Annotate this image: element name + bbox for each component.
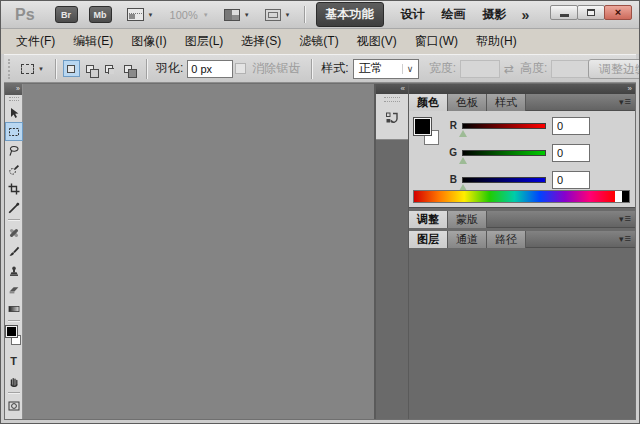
tab-channels[interactable]: 通道 — [448, 231, 487, 248]
channel-row-red: R — [409, 117, 635, 137]
tool-rectangular-marquee[interactable] — [5, 122, 23, 141]
blue-value-input[interactable] — [552, 171, 590, 189]
red-channel-slider[interactable] — [462, 123, 546, 129]
toolbox-bottom-group — [5, 390, 23, 419]
dock-collapse-button[interactable]: » — [409, 84, 635, 94]
workspace-button-painting[interactable]: 绘画 — [442, 6, 466, 23]
minimize-icon — [560, 14, 569, 17]
options-bar-grip[interactable] — [8, 59, 13, 79]
feather-input[interactable] — [187, 60, 233, 78]
layers-panel-tabbar: 图层 通道 路径 ▾≡ — [409, 231, 635, 248]
workspace-button-basic[interactable]: 基本功能 — [316, 2, 384, 27]
collapsed-panel-strip: « — [376, 84, 409, 419]
tool-preset-picker[interactable]: ▼ — [17, 62, 48, 76]
tab-swatches[interactable]: 色板 — [448, 94, 487, 111]
tool-move[interactable] — [5, 103, 23, 122]
menu-help[interactable]: 帮助(H) — [467, 29, 526, 54]
tool-gradient[interactable] — [5, 299, 23, 318]
minimize-button[interactable] — [550, 5, 578, 20]
tool-eyedropper[interactable] — [5, 198, 23, 217]
swap-dimensions-icon[interactable]: ⇄ — [504, 62, 514, 76]
tool-lasso[interactable] — [5, 141, 23, 160]
quick-mask-icon — [8, 400, 20, 412]
color-panel-menu-button[interactable]: ▾≡ — [619, 96, 631, 107]
tool-quick-mask[interactable] — [5, 396, 23, 415]
launch-mini-bridge-button[interactable]: Mb — [89, 6, 112, 23]
menu-select[interactable]: 选择(S) — [232, 29, 290, 54]
menu-filter[interactable]: 滤镜(T) — [290, 29, 347, 54]
selection-mode-subtract-button[interactable] — [101, 60, 118, 77]
menu-edit[interactable]: 编辑(E) — [64, 29, 122, 54]
tool-eraser[interactable] — [5, 280, 23, 299]
foreground-color-swatch[interactable] — [6, 326, 17, 337]
close-button[interactable]: × — [604, 5, 632, 20]
tab-paths[interactable]: 路径 — [487, 231, 526, 248]
style-select[interactable]: 正常 ∨ — [353, 59, 419, 79]
gradient-tool-icon — [8, 303, 20, 315]
tab-adjustments[interactable]: 调整 — [409, 211, 448, 228]
green-channel-slider[interactable] — [462, 150, 546, 156]
tab-styles[interactable]: 样式 — [487, 94, 526, 111]
launch-bridge-button[interactable]: Br — [55, 6, 78, 23]
strip-collapse-button[interactable]: « — [376, 84, 408, 94]
color-spectrum-ramp[interactable] — [413, 190, 630, 203]
layers-panel-menu-button[interactable]: ▾≡ — [619, 233, 631, 244]
canvas-workspace — [23, 84, 374, 419]
workspace-overflow-chevron[interactable]: » — [522, 7, 530, 23]
blue-channel-slider[interactable] — [462, 177, 546, 183]
lasso-tool-icon — [8, 145, 20, 157]
menu-file[interactable]: 文件(F) — [7, 29, 64, 54]
history-panel-button[interactable] — [379, 106, 405, 130]
width-input[interactable] — [460, 60, 500, 78]
spectrum-gradient[interactable] — [414, 191, 615, 202]
panel-menu-lines-icon: ≡ — [625, 233, 631, 244]
screen-mode-button[interactable]: ▼ — [265, 9, 291, 21]
green-channel-label: G — [447, 147, 457, 158]
arrange-documents-button[interactable]: ▼ — [224, 9, 250, 21]
restore-button[interactable] — [577, 5, 605, 20]
height-input[interactable] — [551, 60, 591, 78]
red-value-input[interactable] — [552, 117, 590, 135]
add-selection-icon — [86, 65, 94, 73]
tab-layers[interactable]: 图层 — [409, 231, 448, 248]
options-separator — [146, 59, 147, 79]
workspace-button-photography[interactable]: 摄影 — [483, 6, 507, 23]
spectrum-white-swatch[interactable] — [615, 191, 622, 202]
green-slider-handle[interactable] — [459, 157, 467, 164]
red-slider-handle[interactable] — [459, 130, 467, 137]
strip-grip[interactable] — [384, 97, 400, 102]
tab-color[interactable]: 颜色 — [409, 94, 448, 111]
tab-masks[interactable]: 蒙版 — [448, 211, 487, 228]
menu-layer[interactable]: 图层(L) — [176, 29, 233, 54]
toolbox-collapse-button[interactable]: » — [5, 84, 22, 95]
selection-mode-new-button[interactable] — [63, 60, 80, 77]
zoom-level-control[interactable]: 100% ▼ — [170, 9, 209, 21]
panel-menu-lines-icon: ≡ — [625, 96, 631, 107]
tool-quick-selection[interactable] — [5, 160, 23, 179]
menu-window[interactable]: 窗口(W) — [406, 29, 467, 54]
tool-clone-stamp[interactable] — [5, 261, 23, 280]
close-icon: × — [615, 7, 621, 18]
options-separator — [55, 59, 56, 79]
menu-view[interactable]: 视图(V) — [348, 29, 406, 54]
tool-crop[interactable] — [5, 179, 23, 198]
green-value-input[interactable] — [552, 144, 590, 162]
antialias-checkbox[interactable] — [235, 63, 246, 74]
selection-mode-add-button[interactable] — [82, 60, 99, 77]
tool-spot-healing-brush[interactable] — [5, 223, 23, 242]
window-controls: × — [551, 5, 632, 20]
adjustments-panel-menu-button[interactable]: ▾≡ — [619, 213, 631, 224]
view-extras-button[interactable]: ▼ — [127, 8, 154, 21]
eyedropper-icon — [8, 202, 20, 214]
selection-mode-intersect-button[interactable] — [120, 60, 137, 77]
tool-hand[interactable] — [5, 371, 23, 390]
workspace-button-design[interactable]: 设计 — [401, 6, 425, 23]
tool-type[interactable]: T — [5, 352, 23, 371]
dock-empty-area — [409, 248, 635, 419]
refine-edge-button[interactable]: 调整边缘 — [588, 59, 640, 79]
toolbox-grip[interactable] — [9, 97, 19, 101]
menu-image[interactable]: 图像(I) — [122, 29, 175, 54]
tool-brush[interactable] — [5, 242, 23, 261]
spectrum-black-swatch[interactable] — [622, 191, 629, 202]
color-panel-tabbar: 颜色 色板 样式 ▾≡ — [409, 94, 635, 111]
